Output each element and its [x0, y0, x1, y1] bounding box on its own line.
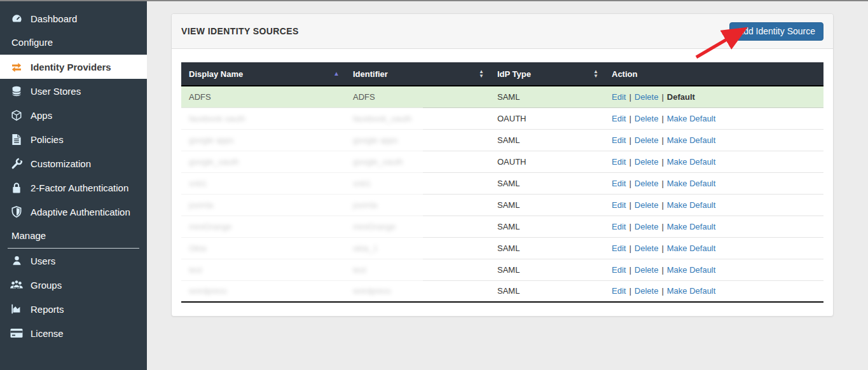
display-name-value: Okta: [189, 243, 206, 253]
display-name-cell: Okta: [181, 237, 345, 259]
table-row: google appsgoogle appsSAMLEdit|Delete|Ma…: [181, 129, 823, 151]
sidebar-item-label: Groups: [31, 280, 62, 291]
reports-icon: [10, 303, 24, 315]
delete-link[interactable]: Delete: [635, 92, 659, 102]
sidebar-section-configure: Configure: [0, 31, 147, 55]
customization-icon: [10, 157, 24, 170]
user-stores-icon: [10, 85, 24, 97]
sidebar-item-groups[interactable]: Groups: [0, 273, 147, 297]
sidebar-item-apps[interactable]: Apps: [0, 103, 147, 127]
action-cell: Edit|Delete|Make Default: [604, 259, 823, 280]
delete-link[interactable]: Delete: [635, 114, 659, 123]
column-header-idp-type[interactable]: IdP Type▲▼: [490, 62, 604, 86]
display-name-cell: joomla: [181, 194, 345, 216]
sidebar-item-user-stores[interactable]: User Stores: [0, 79, 147, 103]
action-separator: |: [629, 200, 631, 210]
table-row: miniOrangeminiOrangeSAMLEdit|Delete|Make…: [181, 216, 823, 237]
display-name-value: miniOrange: [189, 222, 231, 231]
edit-link[interactable]: Edit: [612, 92, 626, 102]
action-separator: |: [629, 135, 631, 145]
edit-link[interactable]: Edit: [612, 135, 626, 145]
make-default-link[interactable]: Make Default: [667, 135, 716, 145]
column-header-identifier[interactable]: Identifier▲▼: [345, 62, 490, 86]
apps-icon: [10, 109, 24, 121]
sort-both-icon: ▲▼: [479, 69, 484, 78]
display-name-value: google apps: [189, 135, 234, 145]
action-separator: |: [661, 286, 663, 296]
make-default-link[interactable]: Make Default: [667, 114, 716, 123]
make-default-link[interactable]: Make Default: [667, 286, 716, 296]
add-identity-source-button[interactable]: Add Identity Source: [729, 22, 823, 41]
action-cell: Edit|Delete|Make Default: [604, 151, 823, 172]
make-default-link[interactable]: Make Default: [667, 222, 716, 231]
action-separator: |: [629, 286, 631, 296]
table-row: joomlajoomlaSAMLEdit|Delete|Make Default: [181, 194, 823, 216]
dashboard-icon: [10, 12, 24, 25]
sidebar-item-reports[interactable]: Reports: [0, 297, 147, 321]
sort-both-icon: ▲▼: [593, 69, 598, 78]
make-default-link[interactable]: Make Default: [667, 243, 716, 253]
idp-type-cell: SAML: [490, 194, 604, 216]
idp-type-cell: SAML: [490, 237, 604, 259]
edit-link[interactable]: Edit: [612, 179, 626, 188]
action-separator: |: [629, 243, 631, 253]
column-header-action[interactable]: Action: [604, 62, 823, 86]
edit-link[interactable]: Edit: [612, 243, 626, 253]
idp-type-value: SAML: [497, 286, 520, 296]
sidebar-item-label: Apps: [31, 110, 52, 121]
sidebar-item-label: Adaptive Authentication: [31, 207, 130, 217]
two-factor-icon: [10, 181, 24, 194]
sidebar-item-label: Reports: [31, 304, 64, 315]
edit-link[interactable]: Edit: [612, 157, 626, 167]
table-row: ADFSADFSSAMLEdit|Delete|Default: [181, 86, 823, 107]
delete-link[interactable]: Delete: [635, 157, 659, 167]
display-name-cell: wordpress: [181, 280, 345, 302]
action-cell: Edit|Delete|Default: [604, 86, 823, 107]
display-name-cell: google_oauth: [181, 151, 345, 172]
display-name-value: google_oauth: [189, 157, 239, 167]
delete-link[interactable]: Delete: [635, 286, 659, 296]
action-separator: |: [661, 92, 663, 102]
delete-link[interactable]: Delete: [635, 243, 659, 253]
sidebar-item-dashboard[interactable]: Dashboard: [0, 6, 147, 31]
sidebar-item-identity-providers[interactable]: Identity Providers: [0, 55, 147, 79]
delete-link[interactable]: Delete: [635, 222, 659, 231]
delete-link[interactable]: Delete: [635, 135, 659, 145]
action-separator: |: [661, 200, 663, 210]
window-top-edge: [0, 0, 868, 1]
edit-link[interactable]: Edit: [612, 200, 626, 210]
edit-link[interactable]: Edit: [612, 265, 626, 275]
sidebar-item-license[interactable]: License: [0, 321, 147, 345]
make-default-link[interactable]: Make Default: [667, 265, 716, 275]
idp-type-cell: OAUTH: [490, 151, 604, 172]
sidebar-item-2-factor-authentication[interactable]: 2-Factor Authentication: [0, 175, 147, 200]
identifier-cell: snb1: [345, 172, 490, 194]
display-name-value: snb1: [189, 179, 207, 188]
table-row: google_oauthgoogle_oauthOAUTHEdit|Delete…: [181, 151, 823, 172]
delete-link[interactable]: Delete: [635, 200, 659, 210]
identifier-value: facebook_oauth: [353, 114, 412, 123]
identifier-cell: okta_1: [345, 237, 490, 259]
edit-link[interactable]: Edit: [612, 222, 626, 231]
column-header-label: Action: [612, 69, 637, 79]
table-row: wordpresswordpressSAMLEdit|Delete|Make D…: [181, 280, 823, 302]
sidebar-item-policies[interactable]: Policies: [0, 127, 147, 151]
identifier-cell: joomla: [345, 194, 490, 216]
sidebar-item-adaptive-authentication[interactable]: Adaptive Authentication: [0, 200, 147, 224]
delete-link[interactable]: Delete: [635, 179, 659, 188]
adaptive-auth-icon: [10, 205, 24, 218]
display-name-value: facebook oauth: [189, 114, 245, 123]
make-default-link[interactable]: Make Default: [667, 179, 716, 188]
make-default-link[interactable]: Make Default: [667, 157, 716, 167]
identity-sources-table: Display Name▲Identifier▲▼IdP Type▲▼Actio…: [181, 62, 823, 303]
column-header-display-name[interactable]: Display Name▲: [181, 62, 345, 86]
make-default-link[interactable]: Make Default: [667, 200, 716, 210]
edit-link[interactable]: Edit: [612, 286, 626, 296]
identifier-cell: miniOrange: [345, 216, 490, 237]
delete-link[interactable]: Delete: [635, 265, 659, 275]
sidebar-item-customization[interactable]: Customization: [0, 151, 147, 175]
action-separator: |: [661, 222, 663, 231]
identifier-cell: test: [345, 259, 490, 280]
sidebar-item-users[interactable]: Users: [0, 249, 147, 273]
edit-link[interactable]: Edit: [612, 114, 626, 123]
